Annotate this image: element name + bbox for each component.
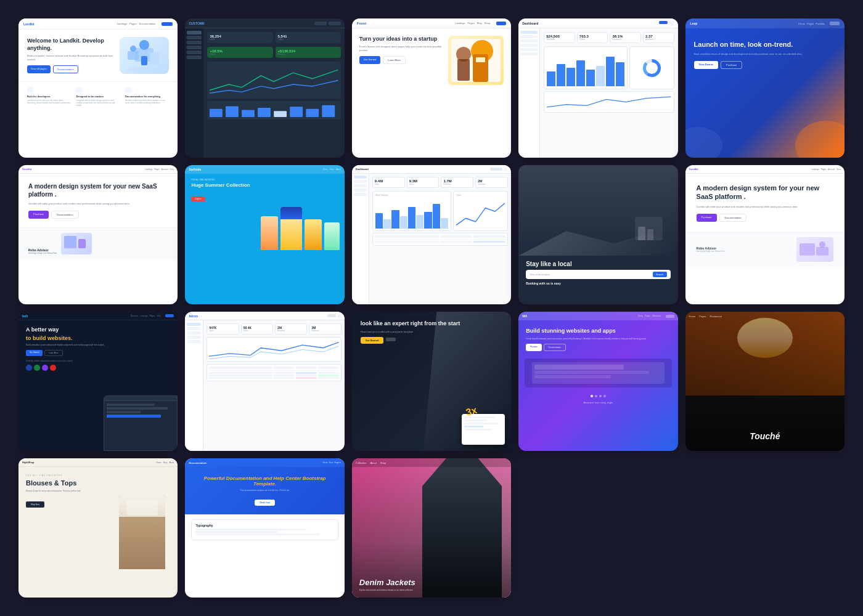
analytics2-stats: 9.4M Visits 9.3M Users 1.7M Revenue 2M	[372, 177, 508, 188]
sidebar-link[interactable]	[520, 44, 538, 47]
local-search-btn[interactable]: Search	[653, 272, 667, 277]
summer-hero: FOR ALL TIME FAVORITES Huge Summer Colle…	[185, 174, 344, 207]
wa-desc: Create beautiful websites and environmen…	[526, 338, 670, 341]
card-denim[interactable]: Collection About Shop Denim Jackets Expl…	[352, 458, 511, 598]
svg-point-0	[126, 67, 163, 73]
goodkit-lg-desc: Goodkit will make your product look mode…	[697, 205, 833, 209]
goodkit-content: A modern design system for your new SaaS…	[18, 174, 178, 227]
sidebar-link[interactable]	[520, 35, 538, 38]
stat-label: Users	[243, 330, 271, 332]
card-local[interactable]: Stay like a local Search destination Sea…	[518, 165, 677, 304]
kpi-label: Orders	[579, 38, 606, 41]
goodkit-purchase-btn[interactable]: Purchase	[28, 211, 49, 219]
sidebar-link[interactable]	[520, 31, 538, 34]
blouses-shop-btn[interactable]: Shop Now	[26, 501, 44, 508]
touche-navbar: Home Pages Restaurant	[685, 312, 845, 320]
bolt-get-started[interactable]: Get Started	[26, 350, 43, 356]
falcon-stats: 547K Visits 58.4K Users 2M Revenue 3M	[207, 323, 341, 334]
card-analytics2[interactable]: Dashboard 9.4M	[352, 165, 511, 304]
dot	[599, 395, 602, 397]
stat: 1.7M Revenue	[441, 177, 473, 188]
leap-btns: View Demos Purchase	[694, 61, 836, 69]
get-started-btn[interactable]: Get Started	[359, 56, 380, 64]
front-hero: Turn your ideas into a startup Front's f…	[352, 28, 511, 92]
sidebar-link[interactable]	[520, 39, 538, 43]
summer-btn[interactable]: Explore	[191, 197, 205, 201]
feature-icon	[27, 87, 33, 93]
dashboard-content: $24,500 Total Sales 763.3 Orders 38.1% C…	[518, 28, 677, 158]
bolt-navbar: bolt Business Landings Pages Help	[18, 312, 178, 320]
card-analytics-dark[interactable]: CUSTOMR 36,254	[185, 18, 344, 158]
wa-preview-btn[interactable]: Preview	[526, 344, 541, 351]
blouses-left: FOR ALL TIME FAVORITES Blouses & Tops Bl…	[18, 467, 106, 598]
svg-rect-8	[226, 106, 239, 117]
kpi-card: $24,500 Total Sales	[544, 32, 575, 43]
bolt-logo: bolt	[22, 314, 28, 318]
bolt-learn-more[interactable]: Learn More	[44, 350, 62, 356]
goodkit-desc: Goodkit will make your product look mode…	[28, 202, 168, 206]
line-chart: Trend	[453, 191, 508, 231]
view-all-btn[interactable]: View all pages	[27, 65, 51, 73]
leap-purchase[interactable]: Purchase	[721, 61, 742, 69]
bolt-hero: A better way to build websites. Build a …	[18, 320, 178, 377]
stat-card: 36,254 Users	[207, 32, 272, 43]
goodkit-btns: Purchase Documentation	[28, 211, 168, 219]
docs-btn[interactable]: Documentation	[53, 65, 78, 73]
wa-docs-btn[interactable]: Documentation	[544, 344, 566, 351]
sidebar-link[interactable]	[520, 52, 538, 55]
blouses-title: Blouses & Tops	[26, 479, 99, 487]
stat-card: 5,541 Orders	[276, 32, 341, 43]
goodkit-lg-purchase[interactable]: Purchase	[697, 214, 717, 222]
svg-rect-27	[800, 243, 815, 256]
card-summer[interactable]: Surfside Home Shop About FOR ALL TIME FA…	[185, 165, 344, 304]
leap-hero: Launch on time, look on-trend. Save coun…	[685, 28, 845, 81]
local-search-bar[interactable]: Search destination Search	[526, 270, 670, 279]
card-blouses[interactable]: StyleShop Home Shop About FOR ALL TIME F…	[18, 458, 178, 598]
card-landkit[interactable]: Landkit Landings Pages Documentation Wel…	[18, 18, 178, 158]
docs-cta-btn[interactable]: Check it out	[255, 500, 275, 506]
card-leap[interactable]: Leap Home Pages Portfolio Launch on time…	[685, 18, 845, 158]
bar-chart	[544, 46, 628, 89]
analytics2-charts: Sales Overview	[372, 191, 508, 231]
analytics-content: 36,254 Users 5,541 Orders +18.5% Growth	[185, 28, 344, 158]
hero-text: Welcome to Landkit. Develop anything. Bu…	[27, 38, 115, 73]
stat: 9.4M Visits	[372, 177, 405, 188]
expert-floating-card	[462, 414, 505, 445]
card-touche[interactable]: Home Pages Restaurant Touché	[685, 312, 845, 451]
feature-title: Documentation for everything	[125, 95, 169, 98]
hero-illustration	[120, 37, 169, 74]
feature-icon	[76, 87, 82, 93]
expert-get-started[interactable]: Get Started	[361, 337, 384, 344]
hero-buttons: View all pages Documentation	[27, 65, 115, 73]
sidebar-link[interactable]	[520, 48, 538, 51]
feature-item: Documentation for everything We have wri…	[125, 87, 169, 107]
dot	[591, 395, 593, 397]
stats-row-2: +18.5% Growth +$136,524 Revenue	[207, 47, 340, 58]
card-wa[interactable]: WA Home Pages Showcase Build stunning we…	[518, 312, 677, 451]
svg-point-30	[819, 241, 825, 248]
card-goodkit[interactable]: Goodkit Landings Pages Account Docs A mo…	[18, 165, 178, 304]
front-hero-image	[448, 36, 504, 85]
stat-label: Orders	[278, 38, 338, 41]
feature-desc: We have written extensive documentation …	[125, 99, 169, 104]
svg-point-5	[130, 46, 136, 52]
card-docs[interactable]: Documentation Home Docs Support Powerful…	[185, 458, 344, 598]
svg-rect-7	[210, 109, 223, 117]
kpi-row: $24,500 Total Sales 763.3 Orders 38.1% C…	[544, 32, 674, 43]
card-falcon[interactable]: falcon 547K	[185, 312, 344, 451]
svg-rect-10	[258, 108, 271, 117]
leap-view-demos[interactable]: View Demos	[694, 61, 719, 69]
card-dashboard-blue[interactable]: Dashboard $24,5	[518, 18, 677, 158]
docs-hero: Powerful Documentation and Help Center B…	[185, 467, 344, 514]
card-bolt[interactable]: bolt Business Landings Pages Help A bett…	[18, 312, 178, 451]
hero-desc: Build a beautiful, modern website with f…	[27, 54, 115, 62]
learn-more-btn[interactable]: Learn More	[383, 56, 405, 64]
falcon-stat: 3M Revenue	[309, 323, 341, 334]
goodkit-lg-docs[interactable]: Documentation	[719, 214, 747, 222]
feature-desc: Designed with the latest design trends i…	[76, 99, 120, 107]
stat: 2M Sessions	[475, 177, 508, 188]
card-goodkit-large[interactable]: Goodkit Landings Pages Account Docs A mo…	[685, 165, 845, 304]
card-front[interactable]: Front Landings Pages Blog Shop Turn your…	[352, 18, 511, 158]
goodkit-docs-btn[interactable]: Documentation	[51, 211, 79, 219]
card-expert[interactable]: look like an expert right from the start…	[352, 312, 511, 451]
